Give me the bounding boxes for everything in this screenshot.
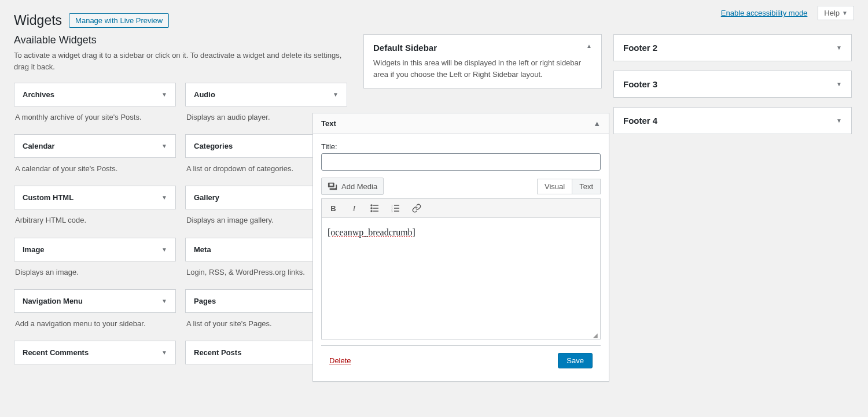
widget-card: Image▼Displays an image. [14, 238, 176, 280]
manage-live-preview-button[interactable]: Manage with Live Preview [69, 13, 169, 28]
widget-title: Recent Comments [23, 348, 89, 357]
default-sidebar-desc: Widgets in this area will be displayed i… [364, 57, 601, 88]
tab-text[interactable]: Text [572, 179, 601, 194]
widget-title: Archives [23, 90, 54, 99]
chevron-down-icon[interactable]: ▼ [161, 349, 167, 356]
widget-card: Custom HTML▼Arbitrary HTML code. [14, 186, 176, 228]
editor-content: [oceanwp_breadcrumb] [328, 227, 415, 237]
svg-point-0 [371, 205, 372, 206]
tab-visual[interactable]: Visual [537, 179, 572, 194]
bullet-list-icon[interactable] [369, 202, 381, 214]
help-label: Help [824, 9, 840, 17]
widget-head[interactable]: Audio▼ [185, 83, 347, 106]
default-sidebar-title: Default Sidebar [373, 43, 437, 53]
footer-panel[interactable]: Footer 2▼ [613, 34, 852, 61]
delete-link[interactable]: Delete [329, 356, 351, 365]
enable-accessibility-link[interactable]: Enable accessibility mode [721, 9, 808, 17]
chevron-down-icon[interactable]: ▼ [161, 298, 167, 304]
add-media-label: Add Media [341, 182, 377, 191]
text-widget-editor: Text ▲ Title: Add Media Visual Text B I … [312, 113, 609, 382]
widget-title: Recent Posts [194, 348, 241, 357]
widget-title: Navigation Menu [23, 297, 83, 305]
bold-icon[interactable]: B [328, 202, 339, 214]
widget-title: Custom HTML [23, 193, 73, 202]
widget-desc: A calendar of your site's Posts. [14, 158, 176, 176]
svg-text:3: 3 [391, 210, 393, 213]
text-widget-header-label: Text [321, 119, 336, 128]
widget-head[interactable]: Recent Comments▼ [14, 341, 176, 364]
chevron-down-icon[interactable]: ▼ [161, 91, 167, 98]
widget-title: Calendar [23, 142, 55, 150]
available-widgets-desc: To activate a widget drag it to a sideba… [14, 50, 352, 72]
widget-head[interactable]: Archives▼ [14, 83, 176, 106]
footer-panel[interactable]: Footer 4▼ [613, 107, 852, 134]
widget-card: Navigation Menu▼Add a navigation menu to… [14, 289, 176, 331]
widget-title: Image [23, 245, 45, 254]
page-title: Widgets [14, 13, 62, 28]
numbered-list-icon[interactable]: 123 [390, 202, 402, 214]
widget-desc: Add a navigation menu to your sidebar. [14, 313, 176, 331]
widget-card: Archives▼A monthly archive of your site'… [14, 83, 176, 125]
chevron-down-icon[interactable]: ▼ [161, 194, 167, 201]
widget-card: Calendar▼A calendar of your site's Posts… [14, 134, 176, 176]
editor-toolbar: B I 123 [321, 198, 601, 218]
available-widgets-heading: Available Widgets [14, 34, 352, 46]
text-widget-title-label: Title: [321, 142, 601, 151]
default-sidebar-panel[interactable]: Default Sidebar ▲ Widgets in this area w… [363, 34, 602, 88]
add-media-button[interactable]: Add Media [321, 178, 384, 195]
help-button[interactable]: Help ▼ [818, 6, 854, 20]
caret-up-icon[interactable]: ▲ [593, 119, 601, 128]
footer-panel[interactable]: Footer 3▼ [613, 71, 852, 98]
widget-head[interactable]: Image▼ [14, 238, 176, 261]
widget-title: Gallery [194, 193, 219, 202]
chevron-down-icon[interactable]: ▼ [161, 246, 167, 253]
widget-desc: Arbitrary HTML code. [14, 209, 176, 228]
save-button[interactable]: Save [558, 353, 593, 368]
resize-handle-icon[interactable]: ◢ [593, 332, 599, 338]
footer-title: Footer 4 [623, 116, 657, 126]
widget-head[interactable]: Navigation Menu▼ [14, 289, 176, 313]
editor-textarea[interactable]: [oceanwp_breadcrumb] ◢ [321, 218, 601, 339]
widget-desc: Displays an image. [14, 261, 176, 280]
chevron-down-icon[interactable]: ▼ [333, 91, 339, 98]
footer-title: Footer 3 [623, 79, 657, 89]
widget-head[interactable]: Calendar▼ [14, 134, 176, 158]
caret-up-icon[interactable]: ▲ [586, 43, 592, 49]
widget-head[interactable]: Custom HTML▼ [14, 186, 176, 209]
widget-title: Audio [194, 90, 215, 99]
widget-title: Pages [194, 297, 216, 305]
text-widget-title-input[interactable] [321, 153, 601, 171]
footer-title: Footer 2 [623, 43, 657, 53]
widget-title: Meta [194, 245, 211, 254]
link-icon[interactable] [411, 202, 422, 214]
text-widget-header[interactable]: Text ▲ [313, 113, 609, 134]
chevron-down-icon[interactable]: ▼ [836, 81, 842, 87]
widget-title: Categories [194, 142, 233, 150]
chevron-down-icon: ▼ [842, 10, 848, 16]
widget-desc: A monthly archive of your site's Posts. [14, 106, 176, 125]
chevron-down-icon[interactable]: ▼ [836, 45, 842, 51]
media-icon [328, 181, 338, 191]
svg-point-2 [371, 208, 372, 209]
svg-point-4 [371, 211, 372, 212]
chevron-down-icon[interactable]: ▼ [161, 143, 167, 149]
chevron-down-icon[interactable]: ▼ [836, 117, 842, 124]
italic-icon[interactable]: I [348, 202, 360, 214]
widget-card: Recent Comments▼ [14, 341, 176, 364]
